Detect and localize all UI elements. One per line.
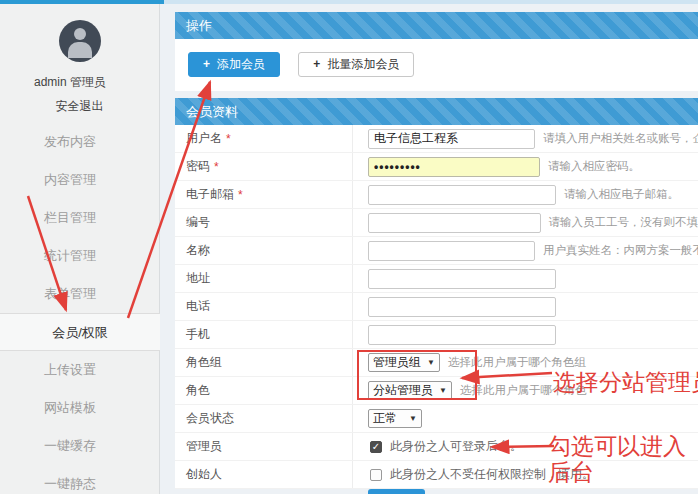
form-row-role: 角色 分站管理员▼选择此用户属于哪个角色 (175, 377, 698, 405)
field-label: 管理员 (186, 438, 222, 455)
field-label: 电子邮箱 (186, 186, 234, 203)
checkbox-label: 此身份之人可登录后台。 (390, 438, 522, 455)
user-box: admin 管理员 安全退出 (0, 4, 159, 115)
email-input[interactable] (368, 185, 556, 205)
form-row-phone: 电话 (175, 293, 698, 321)
number-input[interactable] (368, 213, 541, 233)
field-hint: 请输入相应密码。 (548, 159, 640, 174)
sidebar-item-members[interactable]: 会员/权限 (0, 313, 160, 351)
sidebar-menu: 发布内容 内容管理 栏目管理 统计管理 表单管理 会员/权限 上传设置 网站模板… (0, 123, 159, 494)
plus-icon: + (313, 57, 320, 71)
field-hint: 请填入用户相关姓名或账号，企业 (543, 131, 698, 146)
sidebar-item-category[interactable]: 栏目管理 (0, 199, 140, 237)
add-member-button[interactable]: +添加会员 (188, 52, 280, 77)
required-mark: * (238, 188, 243, 202)
username-input[interactable] (368, 129, 535, 149)
role-group-select[interactable]: 管理员组▼ (368, 353, 440, 372)
field-label: 地址 (186, 270, 210, 287)
sidebar-item-static[interactable]: 一键静态 (0, 465, 140, 494)
field-label: 手机 (186, 326, 210, 343)
field-hint: 请输入员工工号，没有则不填 (549, 215, 698, 230)
form-row-email: 电子邮箱* 请输入相应电子邮箱。 (175, 181, 698, 209)
user-avatar (59, 20, 101, 62)
field-label: 会员状态 (186, 410, 234, 427)
required-mark: * (226, 132, 231, 146)
sidebar-item-upload[interactable]: 上传设置 (0, 351, 140, 389)
mobile-input[interactable] (368, 325, 556, 345)
sidebar-item-cache[interactable]: 一键缓存 (0, 427, 140, 465)
field-label: 密码 (186, 158, 210, 175)
founder-checkbox[interactable] (370, 469, 382, 481)
realname-input[interactable] (368, 241, 535, 261)
member-status-select[interactable]: 正常▼ (368, 409, 422, 428)
field-hint: 选择此用户属于哪个角色组 (448, 355, 586, 370)
caret-down-icon: ▼ (427, 358, 435, 367)
form-row-status: 会员状态 正常▼ (175, 405, 698, 433)
batch-add-member-button[interactable]: +批量添加会员 (298, 52, 414, 77)
form-row-name: 名称 用户真实姓名：内网方案一般不填 (175, 237, 698, 265)
field-hint: 选择此用户属于哪个角色 (460, 383, 587, 398)
field-label: 角色组 (186, 354, 222, 371)
caret-down-icon: ▼ (439, 386, 447, 395)
field-hint: 用户真实姓名：内网方案一般不填 (543, 243, 698, 258)
person-icon (74, 28, 86, 40)
sidebar-item-publish[interactable]: 发布内容 (0, 123, 140, 161)
field-label: 名称 (186, 242, 210, 259)
field-label: 编号 (186, 214, 210, 231)
field-label: 角色 (186, 382, 210, 399)
sidebar: admin 管理员 安全退出 发布内容 内容管理 栏目管理 统计管理 表单管理 … (0, 4, 160, 494)
plus-icon: + (203, 57, 210, 71)
member-form-panel: 会员资料 用户名* 请填入用户相关姓名或账号，企业 密码* 请输入相应密码。 电… (175, 98, 698, 489)
field-label: 电话 (186, 298, 210, 315)
person-icon-body (68, 42, 92, 58)
form-row-rolegroup: 角色组 管理员组▼选择此用户属于哪个角色组 (175, 349, 698, 377)
form-row-admin: 管理员 ✓此身份之人可登录后台。 (175, 433, 698, 461)
form-row-password: 密码* 请输入相应密码。 (175, 153, 698, 181)
form-row-username: 用户名* 请填入用户相关姓名或账号，企业 (175, 125, 698, 153)
sidebar-item-stats[interactable]: 统计管理 (0, 237, 140, 275)
sidebar-item-forms[interactable]: 表单管理 (0, 275, 140, 313)
form-row-number: 编号 请输入员工工号，没有则不填 (175, 209, 698, 237)
form-row-address: 地址 (175, 265, 698, 293)
admin-checkbox[interactable]: ✓ (370, 441, 382, 453)
user-name: admin 管理员 (0, 74, 140, 91)
password-input[interactable] (368, 157, 540, 177)
form-row-founder: 创始人 此身份之人不受任何权限控制，慎用。 (175, 461, 698, 489)
field-label: 用户名 (186, 130, 222, 147)
address-input[interactable] (368, 269, 556, 289)
field-hint: 请输入相应电子邮箱。 (564, 187, 679, 202)
sidebar-item-content[interactable]: 内容管理 (0, 161, 140, 199)
field-label: 创始人 (186, 466, 222, 483)
logout-link[interactable]: 安全退出 (10, 98, 150, 115)
role-select[interactable]: 分站管理员▼ (368, 381, 452, 400)
member-form-header: 会员资料 (175, 98, 698, 125)
main-area: 操作 +添加会员 +批量添加会员 会员资料 用户名* 请填入用户相关姓名或账号，… (160, 4, 698, 494)
checkbox-label: 此身份之人不受任何权限控制，慎用。 (390, 466, 594, 483)
sidebar-item-template[interactable]: 网站模板 (0, 389, 140, 427)
required-mark: * (214, 160, 219, 174)
operations-panel: 操作 +添加会员 +批量添加会员 (175, 12, 698, 91)
caret-down-icon: ▼ (409, 414, 417, 423)
phone-input[interactable] (368, 297, 556, 317)
operations-header: 操作 (175, 12, 698, 39)
form-row-mobile: 手机 (175, 321, 698, 349)
submit-button[interactable] (368, 489, 425, 494)
